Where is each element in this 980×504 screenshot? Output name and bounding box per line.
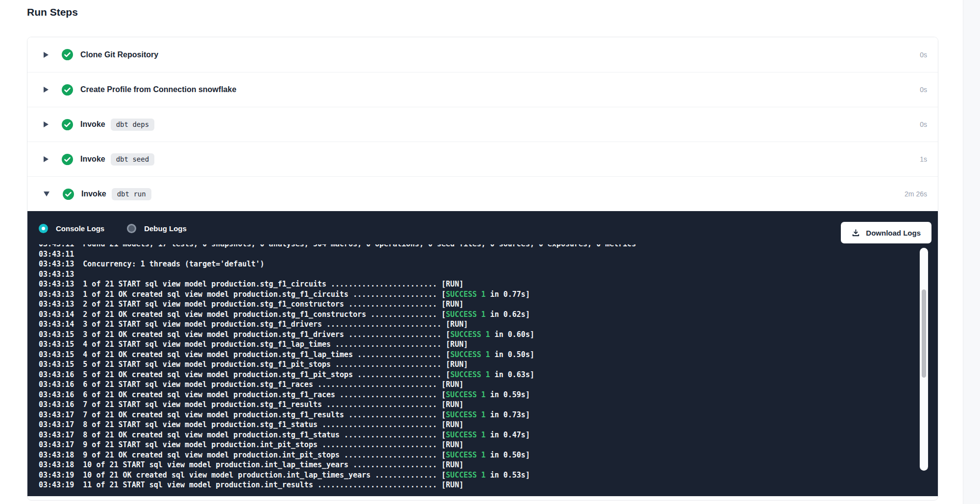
step-label: Invoke [80, 155, 105, 164]
check-circle-icon [62, 49, 73, 60]
log-scrollbar-thumb[interactable] [922, 289, 926, 378]
log-line: 03:43:13 1 of 21 START sql view model pr… [39, 279, 918, 289]
log-tab-debug-logs[interactable]: Debug Logs [127, 224, 187, 233]
radio-label: Console Logs [56, 224, 104, 233]
step-duration: 0s [920, 86, 927, 94]
download-logs-label: Download Logs [866, 229, 921, 237]
log-line: 03:43:13 2 of 21 START sql view model pr… [39, 299, 918, 310]
log-tabs: Console LogsDebug Logs [39, 224, 209, 233]
step-label: Invoke [81, 190, 106, 198]
log-header: Console LogsDebug Logs Download Logs [27, 211, 938, 233]
log-panel: Console LogsDebug Logs Download Logs [27, 211, 938, 496]
step-label: Create Profile from Connection snowflake [80, 85, 236, 94]
radio-selected-icon[interactable] [39, 224, 48, 233]
chevron-right-icon[interactable] [44, 121, 49, 127]
step-duration: 1s [920, 155, 927, 163]
log-line: 03:43:17 7 of 21 OK created sql view mod… [39, 410, 918, 420]
log-line: 03:43:17 8 of 21 OK created sql view mod… [39, 430, 918, 440]
log-line: 03:43:11 [39, 249, 918, 260]
page-gutter [963, 0, 980, 504]
chevron-right-icon[interactable] [44, 156, 49, 162]
log-line: 03:43:14 2 of 21 OK created sql view mod… [39, 310, 918, 320]
step-row[interactable]: Invokedbt seed1s [27, 142, 938, 176]
download-logs-button[interactable]: Download Logs [841, 222, 931, 243]
radio-label: Debug Logs [144, 224, 187, 233]
step-duration: 0s [920, 51, 927, 59]
log-line: 03:43:18 10 of 21 START sql view model p… [39, 460, 918, 470]
step-command-chip: dbt deps [111, 119, 154, 131]
log-line: 03:43:17 8 of 21 START sql view model pr… [39, 420, 918, 430]
step-row[interactable]: Invokedbt run2m 26s [27, 176, 938, 211]
log-line: 03:43:15 4 of 21 START sql view model pr… [39, 339, 918, 350]
log-line: 03:43:19 10 of 21 OK created sql view mo… [39, 470, 918, 480]
page: Run Steps Clone Git Repository0sCreate P… [0, 0, 980, 504]
check-circle-icon [62, 154, 73, 165]
log-line: 03:43:15 4 of 21 OK created sql view mod… [39, 350, 918, 360]
step-duration: 2m 26s [905, 190, 927, 198]
step-label: Invoke [80, 120, 105, 129]
log-line: 03:43:15 5 of 21 START sql view model pr… [39, 360, 918, 370]
step-duration: 0s [920, 120, 927, 128]
log-line: 03:43:16 6 of 21 OK created sql view mod… [39, 390, 918, 400]
chevron-right-icon[interactable] [44, 87, 49, 93]
log-scrollbar-track[interactable] [920, 248, 928, 471]
steps-list: Clone Git Repository0sCreate Profile fro… [27, 37, 938, 211]
log-lines: 03:43:11 Found 21 models, 17 tests, 0 sn… [27, 244, 918, 490]
log-console[interactable]: 03:43:11 Found 21 models, 17 tests, 0 sn… [27, 244, 918, 493]
log-tab-console-logs[interactable]: Console Logs [39, 224, 104, 233]
log-line: 03:43:15 3 of 21 OK created sql view mod… [39, 330, 918, 340]
step-command-chip: dbt seed [111, 153, 154, 166]
check-circle-icon [62, 119, 73, 130]
check-circle-icon [62, 84, 73, 96]
step-command-chip: dbt run [112, 188, 151, 200]
step-row[interactable]: Invokedbt deps0s [27, 107, 938, 142]
download-icon [852, 229, 860, 237]
log-line: 03:43:13 1 of 21 OK created sql view mod… [39, 289, 918, 300]
log-line: 03:43:16 7 of 21 START sql view model pr… [39, 400, 918, 410]
log-line: 03:43:19 11 of 21 START sql view model p… [39, 480, 918, 490]
log-line: 03:43:18 9 of 21 OK created sql view mod… [39, 450, 918, 460]
log-line: 03:43:11 Found 21 models, 17 tests, 0 sn… [39, 244, 918, 249]
run-steps-card: Clone Git Repository0sCreate Profile fro… [27, 37, 938, 501]
page-title: Run Steps [27, 0, 938, 18]
log-line: 03:43:13 [39, 269, 918, 280]
log-line: 03:43:16 6 of 21 START sql view model pr… [39, 380, 918, 390]
main-content: Run Steps Clone Git Repository0sCreate P… [27, 0, 938, 18]
chevron-right-icon[interactable] [44, 52, 49, 58]
log-line: 03:43:14 3 of 21 START sql view model pr… [39, 319, 918, 330]
step-row[interactable]: Create Profile from Connection snowflake… [27, 72, 938, 107]
radio-unselected-icon[interactable] [127, 224, 136, 233]
log-line: 03:43:13 Concurrency: 1 threads (target=… [39, 259, 918, 269]
chevron-down-icon[interactable] [44, 192, 49, 196]
log-line: 03:43:16 5 of 21 OK created sql view mod… [39, 370, 918, 380]
step-label: Clone Git Repository [80, 50, 158, 59]
check-circle-icon [63, 189, 74, 200]
log-line: 03:43:17 9 of 21 START sql view model pr… [39, 440, 918, 450]
step-row[interactable]: Clone Git Repository0s [27, 37, 938, 72]
